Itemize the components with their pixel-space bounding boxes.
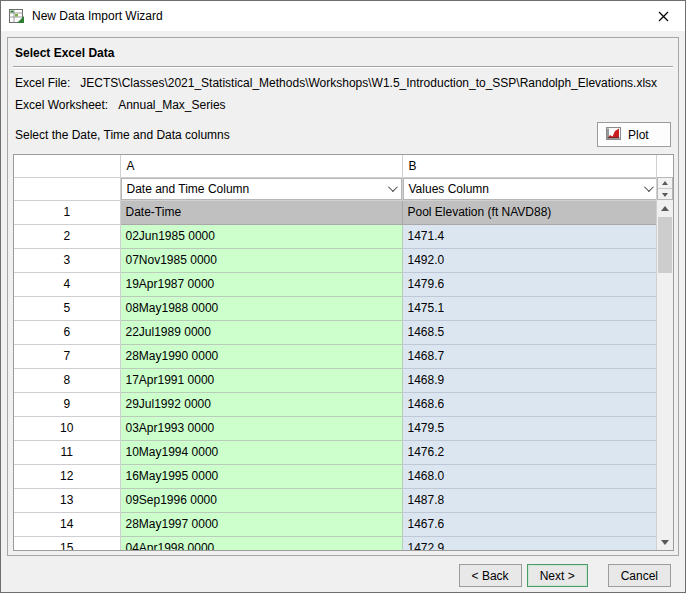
- table-row: 1110May1994 00001476.2: [14, 440, 658, 464]
- value-cell[interactable]: 1468.7: [402, 344, 658, 368]
- scrollbar-column: [656, 155, 673, 550]
- date-cell[interactable]: 19Apr1987 0000: [120, 272, 402, 296]
- table-body: 1Date-TimePool Elevation (ft NAVD88)202J…: [14, 200, 658, 551]
- chevron-down-icon: [387, 182, 397, 192]
- row-number-cell: 3: [14, 248, 120, 272]
- select-excel-data-panel: Select Excel Data Excel File: JECTS\Clas…: [7, 37, 679, 556]
- excel-file-label: Excel File:: [15, 76, 70, 90]
- values-column-dropdown[interactable]: Values Column: [403, 178, 658, 200]
- dialog-body: Select Excel Data Excel File: JECTS\Clas…: [1, 31, 685, 587]
- value-cell[interactable]: 1468.6: [402, 392, 658, 416]
- value-cell[interactable]: 1467.6: [402, 512, 658, 536]
- plot-chart-icon: [606, 127, 621, 143]
- table-row: 1309Sep1996 00001487.8: [14, 488, 658, 512]
- scrollbar-thumb[interactable]: [658, 217, 672, 273]
- table-row: 1216May1995 00001468.0: [14, 464, 658, 488]
- spinner-down-icon[interactable]: [658, 189, 672, 200]
- excel-worksheet-label: Excel Worksheet:: [15, 98, 108, 112]
- row-number-cell: 10: [14, 416, 120, 440]
- next-button[interactable]: Next >: [527, 564, 588, 587]
- row-number-cell: 5: [14, 296, 120, 320]
- value-cell[interactable]: 1475.1: [402, 296, 658, 320]
- date-cell[interactable]: Date-Time: [120, 200, 402, 224]
- date-cell[interactable]: 16May1995 0000: [120, 464, 402, 488]
- value-cell[interactable]: 1492.0: [402, 248, 658, 272]
- instruction-row: Select the Date, Time and Data columns P…: [15, 122, 671, 147]
- value-cell[interactable]: 1468.0: [402, 464, 658, 488]
- excel-file-line: Excel File: JECTS\Classes\2021_Statistic…: [15, 76, 671, 90]
- values-column-dropdown-value: Values Column: [409, 182, 489, 196]
- table-row: 1428May1997 00001467.6: [14, 512, 658, 536]
- date-cell[interactable]: 04Apr1998 0000: [120, 536, 402, 551]
- date-cell[interactable]: 02Jun1985 0000: [120, 224, 402, 248]
- vertical-scrollbar[interactable]: [657, 200, 673, 550]
- table-row: 1504Apr1998 00001472.9: [14, 536, 658, 551]
- date-cell[interactable]: 10May1994 0000: [120, 440, 402, 464]
- table-row: 1003Apr1993 00001479.5: [14, 416, 658, 440]
- value-cell[interactable]: 1472.9: [402, 536, 658, 551]
- table-row: 622Jul1989 00001468.5: [14, 320, 658, 344]
- column-letter-a: A: [120, 155, 402, 177]
- close-icon[interactable]: [641, 1, 685, 31]
- data-grid: A B Date and Time Column: [14, 155, 659, 551]
- row-number-cell: 9: [14, 392, 120, 416]
- date-cell[interactable]: 28May1990 0000: [120, 344, 402, 368]
- value-cell[interactable]: 1487.8: [402, 488, 658, 512]
- chevron-down-icon: [643, 182, 653, 192]
- row-number-cell: 1: [14, 200, 120, 224]
- date-time-column-dropdown[interactable]: Date and Time Column: [121, 178, 402, 200]
- value-cell[interactable]: 1468.9: [402, 368, 658, 392]
- column-selector-row: Date and Time Column Values Column: [14, 177, 658, 200]
- table-row: 1Date-TimePool Elevation (ft NAVD88): [14, 200, 658, 224]
- separator: [13, 66, 673, 68]
- table-row: 728May1990 00001468.7: [14, 344, 658, 368]
- row-number-cell: 11: [14, 440, 120, 464]
- value-cell[interactable]: 1479.6: [402, 272, 658, 296]
- value-cell[interactable]: 1479.5: [402, 416, 658, 440]
- excel-worksheet-line: Excel Worksheet: Annual_Max_Series: [15, 98, 671, 112]
- wizard-app-icon: [9, 8, 25, 24]
- value-cell[interactable]: 1468.5: [402, 320, 658, 344]
- back-button[interactable]: < Back: [459, 564, 522, 587]
- row-number-cell: 12: [14, 464, 120, 488]
- corner-cell: [14, 155, 120, 177]
- title-bar: New Data Import Wizard: [1, 1, 685, 31]
- selector-corner-cell: [14, 177, 120, 200]
- date-cell[interactable]: 28May1997 0000: [120, 512, 402, 536]
- spinner-up-icon[interactable]: [658, 178, 672, 189]
- scroll-up-icon[interactable]: [657, 200, 673, 216]
- plot-button-label: Plot: [628, 128, 649, 142]
- date-time-column-dropdown-value: Date and Time Column: [127, 182, 250, 196]
- row-number-cell: 2: [14, 224, 120, 248]
- date-cell[interactable]: 09Sep1996 0000: [120, 488, 402, 512]
- table-row: 419Apr1987 00001479.6: [14, 272, 658, 296]
- date-cell[interactable]: 17Apr1991 0000: [120, 368, 402, 392]
- plot-button[interactable]: Plot: [597, 122, 671, 147]
- row-number-cell: 15: [14, 536, 120, 551]
- column-letter-b: B: [402, 155, 658, 177]
- row-number-cell: 13: [14, 488, 120, 512]
- panel-title: Select Excel Data: [15, 46, 673, 60]
- scroll-down-icon[interactable]: [657, 534, 673, 550]
- row-number-cell: 4: [14, 272, 120, 296]
- excel-data-table: A B Date and Time Column: [13, 154, 674, 551]
- cancel-button[interactable]: Cancel: [608, 564, 671, 587]
- table-head-section: A B Date and Time Column: [14, 155, 658, 200]
- row-number-cell: 6: [14, 320, 120, 344]
- date-cell[interactable]: 03Apr1993 0000: [120, 416, 402, 440]
- date-cell[interactable]: 29Jul1992 0000: [120, 392, 402, 416]
- table-row: 307Nov1985 00001492.0: [14, 248, 658, 272]
- value-cell[interactable]: 1476.2: [402, 440, 658, 464]
- window-title: New Data Import Wizard: [32, 9, 641, 23]
- value-cell[interactable]: 1471.4: [402, 224, 658, 248]
- excel-file-value: JECTS\Classes\2021_Statistical_Methods\W…: [80, 76, 657, 90]
- value-cell[interactable]: Pool Elevation (ft NAVD88): [402, 200, 658, 224]
- date-cell[interactable]: 22Jul1989 0000: [120, 320, 402, 344]
- new-data-import-wizard-dialog: New Data Import Wizard Select Excel Data…: [0, 0, 686, 593]
- date-cell[interactable]: 07Nov1985 0000: [120, 248, 402, 272]
- table-row: 929Jul1992 00001468.6: [14, 392, 658, 416]
- row-number-cell: 8: [14, 368, 120, 392]
- date-cell[interactable]: 08May1988 0000: [120, 296, 402, 320]
- row-number-cell: 14: [14, 512, 120, 536]
- row-number-cell: 7: [14, 344, 120, 368]
